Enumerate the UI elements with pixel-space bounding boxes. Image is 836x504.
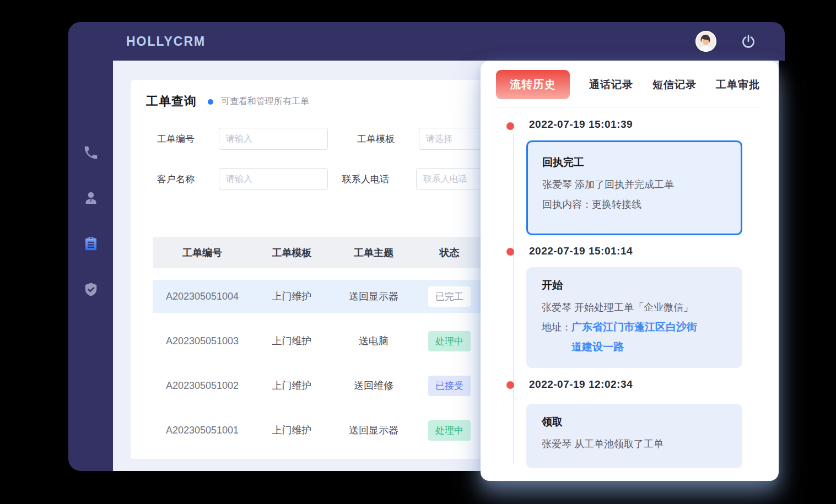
brand-logo: HOLLYCRM [126, 34, 206, 49]
col-header-order-id: 工单编号 [153, 246, 252, 259]
cell-template: 上门维护 [252, 379, 332, 392]
sidebar [68, 22, 113, 471]
work-order-icon[interactable] [83, 236, 99, 252]
cell-template: 上门维护 [252, 290, 332, 303]
cell-template: 上门维护 [252, 334, 332, 348]
cell-subject: 送电脑 [332, 334, 416, 348]
filter-row-1: 工单编号 工单模板 [157, 128, 528, 150]
page-subtitle: 可查看和管理所有工单 [221, 96, 309, 107]
tab-call-records[interactable]: 通话记录 [589, 78, 633, 92]
cell-subject: 送回显示器 [332, 424, 416, 437]
timeline-card-title: 领取 [542, 415, 727, 429]
timeline-timestamp: 2022-07-19 15:01:14 [529, 245, 633, 257]
status-badge: 已接受 [428, 376, 471, 396]
subtitle-dot [208, 99, 213, 105]
status-badge: 处理中 [428, 331, 471, 351]
customer-name-input[interactable] [219, 168, 328, 190]
timeline-card-line: 张爱琴 从工单池领取了工单 [542, 434, 727, 454]
contact-icon[interactable] [83, 190, 99, 207]
timeline-card-completed[interactable]: 回执完工 张爱琴 添加了回执并完成工单 回执内容：更换转接线 [526, 140, 742, 235]
col-header-subject: 工单主题 [332, 246, 416, 259]
power-icon[interactable] [741, 34, 756, 49]
filter-label-customer: 客户名称 [157, 173, 207, 186]
user-avatar[interactable] [695, 31, 716, 52]
col-header-status: 状态 [416, 246, 483, 259]
timeline-dot [506, 248, 514, 256]
timeline-card-claimed[interactable]: 领取 张爱琴 从工单池领取了工单 [526, 404, 742, 468]
tabs-divider [496, 107, 763, 107]
timeline-card-line: 张爱琴 开始处理工单「企业微信」 [542, 297, 727, 317]
table-header: 工单编号 工单模板 工单主题 状态 [153, 237, 483, 268]
page-title: 工单查询 [146, 93, 197, 110]
cell-status: 已接受 [416, 376, 483, 396]
tab-circulation-history[interactable]: 流转历史 [496, 70, 570, 99]
timeline-timestamp: 2022-07-19 15:01:39 [529, 118, 633, 131]
tab-sms-records[interactable]: 短信记录 [652, 78, 697, 92]
filter-label-contact-phone: 联系人电话 [342, 173, 404, 186]
cell-status: 处理中 [416, 331, 483, 351]
panel-tabs: 流转历史 通话记录 短信记录 工单审批 [481, 61, 779, 99]
filter-row-2: 客户名称 联系人电话 [157, 168, 525, 190]
topbar-actions [695, 31, 756, 52]
cell-order-id: A202305051001 [153, 425, 252, 436]
timeline-timestamp: 2022-07-19 12:02:34 [529, 378, 633, 391]
table-row[interactable]: A202305051003 上门维护 送电脑 处理中 [153, 324, 483, 357]
top-bar: HOLLYCRM [68, 22, 785, 61]
cell-template: 上门维护 [252, 424, 332, 437]
cell-status: 已完工 [416, 286, 483, 307]
security-shield-icon[interactable] [83, 281, 99, 298]
table-row[interactable]: A202305051002 上门维护 送回维修 已接受 [153, 369, 483, 402]
timeline-card-title: 回执完工 [542, 155, 726, 170]
timeline-address-row: 地址： 广东省江门市蓬江区白沙街道建设一路 [542, 317, 727, 357]
timeline-card-start[interactable]: 开始 张爱琴 开始处理工单「企业微信」 地址： 广东省江门市蓬江区白沙街道建设一… [526, 267, 742, 368]
timeline-dot [506, 122, 514, 130]
status-badge: 已完工 [428, 286, 471, 307]
screen: HOLLYCRM [0, 0, 836, 504]
filter-label-template: 工单模板 [357, 133, 407, 145]
timeline: 2022-07-19 15:01:39 回执完工 张爱琴 添加了回执并完成工单 … [481, 113, 779, 481]
order-id-input[interactable] [219, 128, 328, 150]
tab-order-approval[interactable]: 工单审批 [716, 78, 760, 92]
col-header-template: 工单模板 [252, 246, 332, 259]
page-header: 工单查询 可查看和管理所有工单 [146, 93, 309, 110]
filter-label-order-id: 工单编号 [157, 133, 207, 145]
cell-order-id: A202305051002 [153, 380, 252, 392]
history-panel: 流转历史 通话记录 短信记录 工单审批 2022-07-19 15:01:39 … [481, 61, 779, 481]
cell-status: 处理中 [416, 420, 483, 441]
phone-icon[interactable] [83, 144, 99, 161]
status-badge: 处理中 [428, 420, 471, 441]
cell-subject: 送回显示器 [332, 290, 416, 303]
timeline-line [513, 133, 514, 464]
cell-order-id: A202305051004 [153, 291, 252, 302]
address-link[interactable]: 广东省江门市蓬江区白沙街道建设一路 [571, 317, 704, 357]
table-row[interactable]: A202305051001 上门维护 送回显示器 处理中 [153, 414, 483, 447]
timeline-card-title: 开始 [542, 278, 727, 292]
cell-subject: 送回维修 [332, 379, 416, 392]
work-order-table: 工单编号 工单模板 工单主题 状态 A202305051004 上门维护 送回显… [153, 237, 483, 447]
timeline-card-line: 张爱琴 添加了回执并完成工单 [542, 175, 726, 194]
address-label: 地址： [542, 317, 571, 357]
cell-order-id: A202305051003 [153, 335, 252, 347]
timeline-dot [506, 381, 514, 389]
timeline-card-line: 回执内容：更换转接线 [542, 194, 726, 214]
table-row[interactable]: A202305051004 上门维护 送回显示器 已完工 [153, 280, 483, 313]
